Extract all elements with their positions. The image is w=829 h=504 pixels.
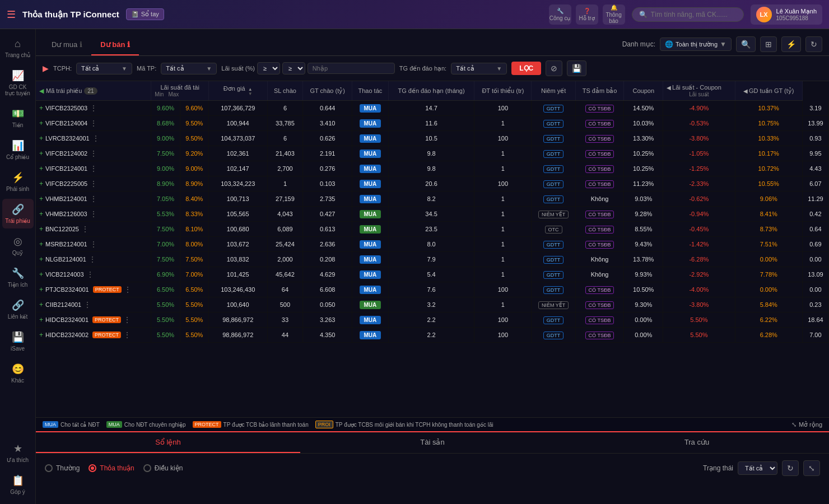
action-cell[interactable]: MUA — [352, 116, 388, 131]
action-button[interactable]: MUA — [360, 255, 381, 264]
row-menu-button[interactable]: ⋮ — [90, 240, 97, 249]
row-expand-button[interactable]: + — [39, 331, 43, 339]
danh-muc-select[interactable]: 🌐 Toàn thị trường ▼ — [660, 38, 732, 51]
menu-icon[interactable]: ☰ — [7, 8, 16, 21]
row-expand-button[interactable]: + — [39, 150, 43, 157]
tcph-select[interactable]: Tất cả ▼ — [76, 63, 132, 74]
row-expand-button[interactable]: + — [39, 301, 43, 309]
row-expand-button[interactable]: + — [39, 210, 43, 218]
row-expand-button[interactable]: + — [39, 134, 43, 142]
row-expand-button[interactable]: + — [39, 119, 43, 127]
action-cell[interactable]: MUA — [352, 131, 388, 146]
action-cell[interactable]: MUA — [352, 101, 388, 116]
sidebar-item-khac[interactable]: 😊 Khác — [2, 358, 34, 388]
action-button[interactable]: MUA — [360, 316, 381, 324]
bottom-tab-so-lenh[interactable]: Sổ lệnh — [36, 432, 300, 453]
radio-thoa-thuan[interactable]: Thỏa thuận — [89, 464, 134, 472]
expand-orders-button[interactable]: ⤡ — [803, 460, 820, 476]
row-expand-button[interactable]: + — [39, 165, 43, 172]
tab-du-ban[interactable]: Dư bán ℹ — [91, 35, 139, 55]
row-menu-button[interactable]: ⋮ — [83, 300, 91, 309]
search-filter-button[interactable]: 🔍 — [736, 36, 756, 52]
sidebar-item-tien-ich[interactable]: 🔧 Tiện ích — [2, 263, 34, 292]
row-menu-button[interactable]: ⋮ — [124, 285, 132, 294]
th-ts-dam-bao[interactable]: TS đảm bảo — [575, 81, 624, 101]
refresh-orders-button[interactable]: ↻ — [782, 460, 799, 476]
th-gd-tuan[interactable]: ◀ GD tuần GT (tỷ) — [735, 81, 802, 101]
expand-all-icon[interactable]: ◀ — [39, 87, 44, 95]
action-button[interactable]: MUA — [360, 270, 381, 279]
action-button[interactable]: MUA — [360, 165, 381, 173]
th-gt-chao[interactable]: GT chào (tỷ) — [303, 81, 352, 101]
th-sl-chao[interactable]: SL chào — [267, 81, 303, 101]
action-button[interactable]: MUA — [360, 286, 381, 294]
nhap-input[interactable] — [308, 63, 395, 74]
action-cell[interactable]: MUA — [352, 328, 388, 343]
sidebar-item-phai-sinh[interactable]: ⚡ Phái sinh — [2, 167, 34, 197]
laisuat-operator-select[interactable]: ≥≤= — [257, 62, 280, 74]
row-expand-button[interactable]: + — [39, 286, 43, 293]
notify-button[interactable]: 🔔 Thông báo — [603, 4, 625, 25]
th-laisuat[interactable]: Lãi suất đã tài Min Max — [151, 81, 209, 101]
row-expand-button[interactable]: + — [39, 270, 43, 278]
th-ma-tp[interactable]: ◀ Mã trái phiếu 21 — [36, 81, 151, 101]
sidebar-item-home[interactable]: ⌂ Trang chủ — [2, 34, 34, 63]
action-cell[interactable]: MUA — [352, 192, 388, 207]
action-button[interactable]: MUA — [360, 134, 381, 143]
action-cell[interactable]: MUA — [352, 222, 388, 237]
help-button[interactable]: ❓ Hỗ trợ — [576, 4, 598, 25]
row-menu-button[interactable]: ⋮ — [90, 104, 97, 113]
row-menu-button[interactable]: ⋮ — [90, 119, 97, 128]
sotay-button[interactable]: 📓 Sổ tay — [126, 8, 164, 20]
action-button[interactable]: MUA — [360, 195, 381, 203]
search-input[interactable] — [651, 11, 729, 18]
th-lai-coupon[interactable]: ◀ Lãi suất - Coupon Lãi suất — [663, 81, 735, 101]
row-expand-button[interactable]: + — [39, 225, 43, 233]
action-button[interactable]: MUA — [360, 210, 381, 218]
sidebar-item-lien-ket[interactable]: 🔗 Liên kết — [2, 295, 34, 324]
arrow-right-icon[interactable]: ▶ — [43, 64, 49, 73]
row-menu-button[interactable]: ⋮ — [92, 134, 100, 143]
sidebar-item-gop-y[interactable]: 📋 Góp ý — [2, 470, 34, 500]
action-cell[interactable]: MUA — [352, 161, 388, 176]
expand-gdtuan-icon[interactable]: ◀ — [743, 88, 748, 94]
th-dt[interactable]: ĐT tối thiểu (tr) — [474, 81, 532, 101]
row-expand-button[interactable]: + — [39, 240, 43, 248]
search-box[interactable]: 🔍 — [632, 7, 744, 22]
action-cell[interactable]: MUA — [352, 252, 388, 267]
action-cell[interactable]: MUA — [352, 297, 388, 312]
action-button[interactable]: MUA — [360, 119, 381, 128]
th-coupon[interactable]: Coupon — [624, 81, 663, 101]
row-menu-button[interactable]: ⋮ — [123, 315, 131, 324]
bottom-tab-tra-cuu[interactable]: Tra cứu — [565, 432, 829, 453]
filter-save-button[interactable]: 💾 — [567, 60, 586, 76]
loc-button[interactable]: LỌC — [511, 62, 541, 75]
row-menu-button[interactable]: ⋮ — [90, 209, 97, 218]
action-button[interactable]: MUA — [360, 104, 381, 113]
row-menu-button[interactable]: ⋮ — [90, 179, 97, 188]
sidebar-item-gd-ck[interactable]: 📈 GD CK trực tuyến — [2, 65, 34, 101]
row-menu-button[interactable]: ⋮ — [86, 270, 94, 279]
row-menu-button[interactable]: ⋮ — [90, 194, 97, 203]
row-menu-button[interactable]: ⋮ — [123, 330, 131, 339]
action-cell[interactable]: MUA — [352, 207, 388, 222]
action-cell[interactable]: MUA — [352, 267, 388, 282]
action-button[interactable]: MUA — [360, 301, 381, 309]
layout-button[interactable]: ⊞ — [760, 36, 777, 52]
matp-select[interactable]: Tất cả ▼ — [161, 63, 217, 74]
row-expand-button[interactable]: + — [39, 180, 43, 188]
row-menu-button[interactable]: ⋮ — [89, 255, 96, 264]
row-expand-button[interactable]: + — [39, 195, 43, 203]
sidebar-item-trai-phieu[interactable]: 🔗 Trái phiếu — [2, 199, 34, 228]
sidebar-item-isave[interactable]: 💾 iSave — [2, 326, 34, 356]
expand-right-button[interactable]: ⤡ Mở rộng — [791, 421, 822, 428]
tg-select[interactable]: Tất cả ▼ — [451, 63, 507, 74]
radio-thuong[interactable]: Thường — [45, 464, 80, 472]
action-button[interactable]: MUA — [360, 225, 381, 234]
refresh-button[interactable]: ↻ — [805, 36, 822, 52]
action-cell[interactable]: MUA — [352, 312, 388, 328]
th-tg[interactable]: TG đến đáo hạn (tháng) — [388, 81, 474, 101]
laisuat-value-select[interactable]: ≥≤ — [282, 62, 305, 74]
tab-du-mua[interactable]: Dư mua ℹ — [43, 35, 91, 55]
row-menu-button[interactable]: ⋮ — [90, 149, 97, 158]
